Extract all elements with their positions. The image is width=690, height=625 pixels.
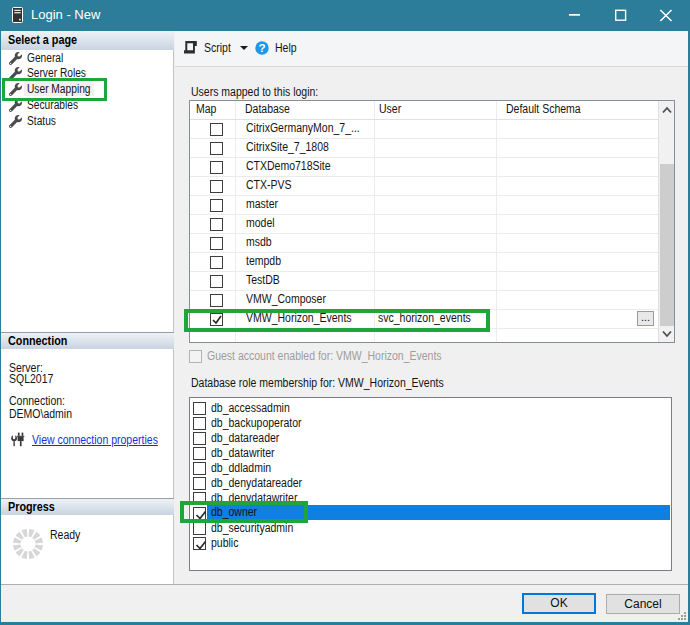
svg-text:?: ? <box>258 41 265 54</box>
